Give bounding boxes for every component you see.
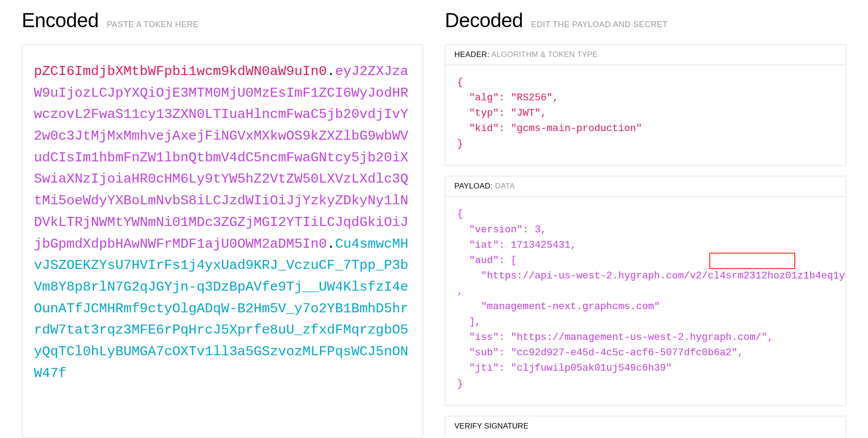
encoded-title: Encoded: [22, 9, 99, 32]
decoded-payload-label-row: PAYLOAD: DATA: [445, 176, 846, 197]
encoded-subtitle: PASTE A TOKEN HERE: [107, 20, 198, 29]
decoded-subtitle: EDIT THE PAYLOAD AND SECRET: [531, 20, 668, 29]
token-signature-segment: Cu4smwcMHvJSZOEKZYsU7HVIrFs1j4yxUad9KRJ_…: [34, 236, 408, 381]
header-sublabel: ALGORITHM & TOKEN TYPE: [491, 50, 598, 59]
decoded-column: Decoded EDIT THE PAYLOAD AND SECRET HEAD…: [445, 9, 846, 438]
decoded-verify-label-row: VERIFY SIGNATURE: [445, 416, 846, 436]
decoded-header-label-row: HEADER: ALGORITHM & TOKEN TYPE: [445, 45, 846, 65]
token-payload-segment: eyJ2ZXJzaW9uIjozLCJpYXQiOjE3MTM0MjU0MzEs…: [34, 64, 408, 252]
decoded-header-json[interactable]: { "alg": "RS256", "typ": "JWT", "kid": "…: [445, 65, 846, 165]
decoded-payload-json[interactable]: { "version": 3, "iat": 1713425431, "aud"…: [445, 197, 846, 405]
decoded-title: Decoded: [445, 9, 523, 32]
token-dot: .: [327, 236, 335, 252]
decoded-heading: Decoded EDIT THE PAYLOAD AND SECRET: [445, 9, 846, 32]
token-dot: .: [327, 64, 335, 79]
encoded-column: Encoded PASTE A TOKEN HERE pZCI6ImdjbXMt…: [22, 9, 423, 438]
payload-label: PAYLOAD:: [454, 182, 493, 190]
encoded-token-panel[interactable]: pZCI6ImdjbXMtbWFpbi1wcm9kdWN0aW9uIn0.eyJ…: [22, 44, 423, 438]
encoded-token-text[interactable]: pZCI6ImdjbXMtbWFpbi1wcm9kdWN0aW9uIn0.eyJ…: [34, 61, 411, 384]
decoded-payload-panel: PAYLOAD: DATA { "version": 3, "iat": 171…: [445, 176, 846, 405]
decoded-header-panel: HEADER: ALGORITHM & TOKEN TYPE { "alg": …: [445, 44, 846, 166]
payload-sublabel: DATA: [495, 182, 515, 190]
encoded-heading: Encoded PASTE A TOKEN HERE: [22, 9, 423, 32]
header-label: HEADER:: [454, 50, 490, 59]
verify-label: VERIFY SIGNATURE: [454, 422, 528, 430]
token-header-segment: pZCI6ImdjbXMtbWFpbi1wcm9kdWN0aW9uIn0: [34, 64, 327, 79]
